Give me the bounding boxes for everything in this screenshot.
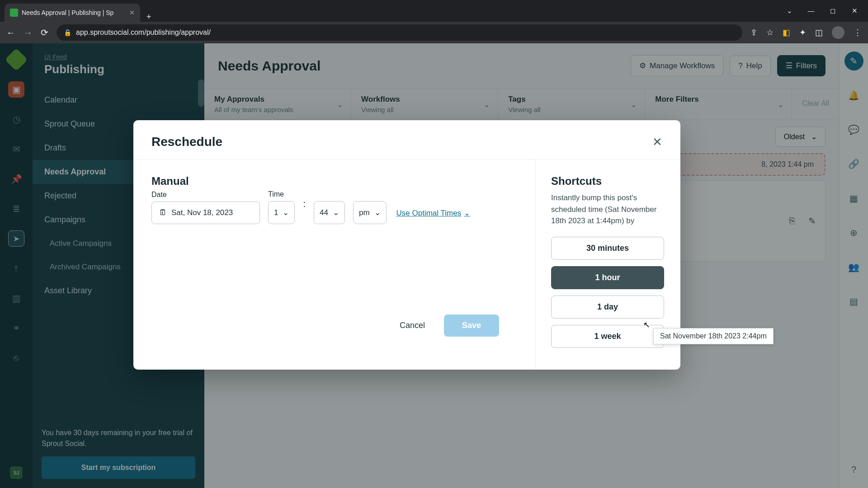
share-icon[interactable]: ⇪	[750, 28, 757, 38]
minimize-icon[interactable]: —	[807, 7, 816, 15]
shortcut-30-minutes[interactable]: 30 minutes	[551, 237, 664, 260]
chevron-down-icon: ⌄	[333, 208, 339, 217]
bookmark-icon[interactable]: ☆	[766, 28, 774, 38]
time-label: Time	[268, 190, 295, 198]
shortcut-1-day[interactable]: 1 day	[551, 296, 664, 319]
time-tooltip: Sat November 18th 2023 2:44pm	[653, 328, 774, 344]
shortcut-1-hour[interactable]: 1 hour	[551, 266, 664, 289]
save-button[interactable]: Save	[444, 314, 499, 337]
shortcuts-description: Instantly bump this post's scheduled tim…	[551, 192, 662, 227]
back-button[interactable]: ←	[6, 28, 15, 38]
minute-select[interactable]: 44⌄	[314, 201, 345, 224]
reload-button[interactable]: ⟳	[41, 27, 48, 38]
hour-select[interactable]: 1⌄	[268, 201, 295, 224]
url-text: app.sproutsocial.com/publishing/approval…	[76, 28, 211, 37]
window-controls: ⌄ — ◻ ✕	[785, 7, 868, 15]
menu-icon[interactable]: ⋮	[854, 28, 862, 38]
calendar-icon: 🗓	[159, 208, 167, 217]
date-label: Date	[151, 191, 260, 199]
extension-badge-icon[interactable]: ◧	[783, 28, 790, 38]
shortcut-1-week[interactable]: 1 week	[551, 325, 664, 348]
extensions-icon[interactable]: ✦	[799, 28, 806, 38]
shortcuts-heading: Shortcuts	[551, 175, 662, 188]
modal-title: Reschedule	[151, 135, 652, 149]
sidepanel-icon[interactable]: ◫	[815, 28, 823, 38]
modal-overlay[interactable]: Reschedule ✕ Manual Date 🗓 Sat, Nov 18, …	[0, 43, 868, 488]
chevron-down-icon: ⌄	[464, 208, 470, 218]
ampm-select[interactable]: pm⌄	[353, 201, 387, 224]
address-bar[interactable]: 🔒 app.sproutsocial.com/publishing/approv…	[57, 24, 742, 41]
browser-tab-strip: Needs Approval | Publishing | Sp ✕ + ⌄ —…	[0, 0, 868, 22]
browser-tab[interactable]: Needs Approval | Publishing | Sp ✕	[5, 4, 140, 22]
manual-heading: Manual	[151, 175, 517, 188]
cancel-button[interactable]: Cancel	[392, 314, 433, 337]
close-window-icon[interactable]: ✕	[850, 7, 859, 15]
chevron-down-icon: ⌄	[374, 208, 381, 217]
profile-avatar[interactable]	[832, 26, 844, 39]
date-picker[interactable]: 🗓 Sat, Nov 18, 2023	[151, 202, 260, 224]
dropdown-icon[interactable]: ⌄	[785, 7, 794, 15]
browser-nav-bar: ← → ⟳ 🔒 app.sproutsocial.com/publishing/…	[0, 22, 868, 43]
chevron-down-icon: ⌄	[283, 208, 289, 217]
close-modal-button[interactable]: ✕	[652, 135, 662, 149]
tab-title: Needs Approval | Publishing | Sp	[22, 9, 126, 16]
lock-icon: 🔒	[64, 29, 71, 36]
forward-button[interactable]: →	[24, 28, 33, 38]
reschedule-modal: Reschedule ✕ Manual Date 🗓 Sat, Nov 18, …	[133, 120, 680, 370]
favicon	[10, 9, 18, 17]
use-optimal-times-link[interactable]: Use Optimal Times⌄	[396, 208, 471, 218]
maximize-icon[interactable]: ◻	[828, 7, 837, 15]
new-tab-button[interactable]: +	[140, 12, 158, 22]
close-tab-icon[interactable]: ✕	[129, 9, 135, 16]
